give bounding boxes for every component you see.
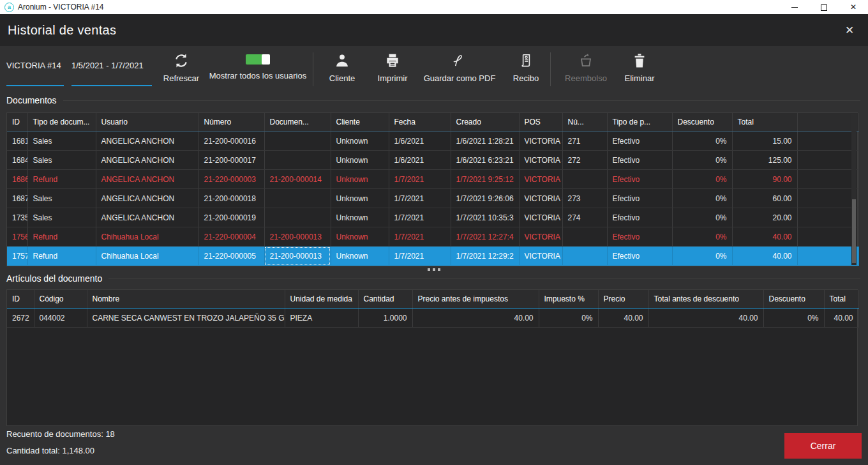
column-header[interactable]: Precio antes de impuestos bbox=[412, 290, 539, 309]
column-header[interactable]: Cliente bbox=[331, 113, 389, 132]
column-header[interactable]: Total bbox=[732, 113, 797, 132]
column-header[interactable]: Unidad de medida bbox=[285, 290, 358, 309]
total-quantity-text: Cantidad total: 1,148.00 bbox=[6, 446, 94, 455]
cell: ANGELICA ANCHON bbox=[96, 151, 198, 170]
cell: 271 bbox=[562, 132, 607, 151]
cell: 40.00 bbox=[732, 227, 797, 247]
refresh-icon bbox=[173, 52, 190, 69]
table-row[interactable]: 1681SalesANGELICA ANCHON21-200-000016Unk… bbox=[7, 132, 858, 151]
cell: Sales bbox=[27, 189, 96, 208]
customer-button[interactable]: Cliente bbox=[322, 52, 363, 83]
cell: Unknown bbox=[331, 132, 389, 151]
receipt-button[interactable]: Recibo bbox=[507, 52, 545, 83]
print-button[interactable]: Imprimir bbox=[369, 52, 416, 83]
cell: Refund bbox=[27, 227, 96, 247]
close-button[interactable]: Cerrar bbox=[784, 433, 862, 459]
cell bbox=[797, 247, 858, 266]
column-header[interactable]: Número bbox=[198, 113, 264, 132]
print-label: Imprimir bbox=[378, 73, 408, 83]
window-restore-button[interactable] bbox=[809, 0, 839, 14]
pos-selector-tab[interactable]: VICTORIA #14 bbox=[6, 46, 64, 86]
cell: VICTORIA #14 bbox=[519, 189, 562, 208]
dialog-close-button[interactable]: ✕ bbox=[841, 22, 858, 38]
receipt-icon bbox=[518, 52, 534, 69]
cell bbox=[264, 151, 331, 170]
column-header[interactable]: Documen... bbox=[264, 113, 331, 132]
table-row[interactable]: 1684SalesANGELICA ANCHON21-200-000017Unk… bbox=[7, 151, 858, 170]
refresh-button[interactable]: Refrescar bbox=[157, 52, 206, 83]
column-header[interactable] bbox=[797, 113, 858, 132]
table-row[interactable]: 1757RefundChihuahua Local21-220-00000521… bbox=[7, 247, 858, 266]
cell: 273 bbox=[562, 189, 607, 208]
cell: 0% bbox=[672, 170, 732, 189]
close-icon: ✕ bbox=[850, 3, 857, 11]
cell: 0% bbox=[672, 227, 732, 247]
delete-button[interactable]: Eliminar bbox=[619, 52, 660, 83]
column-header[interactable]: Impuesto % bbox=[539, 290, 598, 309]
dialog-header: Historial de ventas ✕ bbox=[0, 14, 868, 46]
pane-splitter-grip[interactable] bbox=[0, 268, 868, 271]
cell: PIEZA bbox=[285, 309, 358, 328]
column-header[interactable]: ID bbox=[7, 290, 34, 309]
column-header[interactable]: Cantidad bbox=[358, 290, 412, 309]
toolbar-divider bbox=[550, 52, 551, 86]
show-all-users-toggle[interactable] bbox=[246, 54, 270, 65]
window-minimize-button[interactable] bbox=[780, 0, 809, 14]
cell: 272 bbox=[562, 151, 607, 170]
cell: Unknown bbox=[331, 208, 389, 227]
column-header[interactable]: Total bbox=[824, 290, 858, 309]
column-header[interactable]: Descuento bbox=[763, 290, 824, 309]
window-close-button[interactable]: ✕ bbox=[839, 0, 868, 14]
save-as-pdf-button[interactable]: Guardar como PDF bbox=[419, 52, 500, 83]
cell: Sales bbox=[27, 151, 96, 170]
cell: Efectivo bbox=[607, 170, 672, 189]
header-row: IDCódigoNombreUnidad de medidaCantidadPr… bbox=[7, 290, 858, 309]
column-header[interactable]: Usuario bbox=[96, 113, 198, 132]
documents-grid: IDTipo de docum...UsuarioNúmeroDocumen..… bbox=[6, 112, 858, 266]
table-row[interactable]: 2672044002CARNE SECA CANWEST EN TROZO JA… bbox=[7, 309, 858, 328]
cell: 21-200-000018 bbox=[198, 189, 264, 208]
cell: Efectivo bbox=[607, 132, 672, 151]
cell bbox=[797, 227, 858, 247]
column-header[interactable]: Descuento bbox=[672, 113, 732, 132]
cell: 21-200-000014 bbox=[264, 170, 331, 189]
column-header[interactable]: Fecha bbox=[389, 113, 451, 132]
cell: 1/6/2021 6:23:21 bbox=[451, 151, 519, 170]
table-row[interactable]: 1735SalesANGELICA ANCHON21-200-000019Unk… bbox=[7, 208, 858, 227]
vertical-scrollbar[interactable] bbox=[851, 114, 857, 265]
cell: VICTORIA #14 bbox=[519, 170, 562, 189]
toolbar-divider bbox=[313, 52, 313, 86]
column-header[interactable]: Nú... bbox=[562, 113, 607, 132]
table-row[interactable]: 1686RefundANGELICA ANCHON21-220-00000321… bbox=[7, 170, 858, 189]
cell: 2672 bbox=[7, 309, 34, 328]
cell: 40.00 bbox=[732, 247, 797, 266]
pdf-icon bbox=[451, 52, 468, 69]
scrollbar-thumb[interactable] bbox=[852, 199, 856, 263]
cell: 1/7/2021 10:35:3 bbox=[451, 208, 519, 227]
column-header[interactable]: Tipo de p... bbox=[607, 113, 672, 132]
cell: Chihuahua Local bbox=[96, 247, 198, 266]
column-header[interactable]: POS bbox=[519, 113, 562, 132]
cell: Efectivo bbox=[607, 247, 672, 266]
cell: 21-200-000013 bbox=[264, 247, 331, 266]
trash-icon bbox=[631, 52, 648, 69]
date-range-tab[interactable]: 1/5/2021 - 1/7/2021 bbox=[71, 46, 152, 86]
cell: 1/7/2021 bbox=[389, 227, 451, 247]
document-count-text: Recuento de documentos: 18 bbox=[6, 429, 115, 439]
column-header[interactable]: Nombre bbox=[87, 290, 285, 309]
cell: 274 bbox=[562, 208, 607, 227]
column-header[interactable]: Tipo de docum... bbox=[27, 113, 96, 132]
column-header[interactable]: ID bbox=[7, 113, 27, 132]
cell: ANGELICA ANCHON bbox=[96, 170, 198, 189]
items-grid: IDCódigoNombreUnidad de medidaCantidadPr… bbox=[6, 289, 858, 426]
show-all-users-toggle-group: Mostrar todos los usuarios bbox=[206, 54, 310, 80]
column-header[interactable]: Código bbox=[34, 290, 87, 309]
column-header[interactable]: Precio bbox=[598, 290, 648, 309]
cell: 0% bbox=[672, 208, 732, 227]
cell: 1/6/2021 bbox=[389, 151, 451, 170]
table-row[interactable]: 1687SalesANGELICA ANCHON21-200-000018Unk… bbox=[7, 189, 858, 208]
column-header[interactable]: Creado bbox=[451, 113, 519, 132]
cell: 125.00 bbox=[732, 151, 797, 170]
column-header[interactable]: Total antes de descuento bbox=[648, 290, 763, 309]
table-row[interactable]: 1756RefundChihuahua Local21-220-00000421… bbox=[7, 227, 858, 247]
